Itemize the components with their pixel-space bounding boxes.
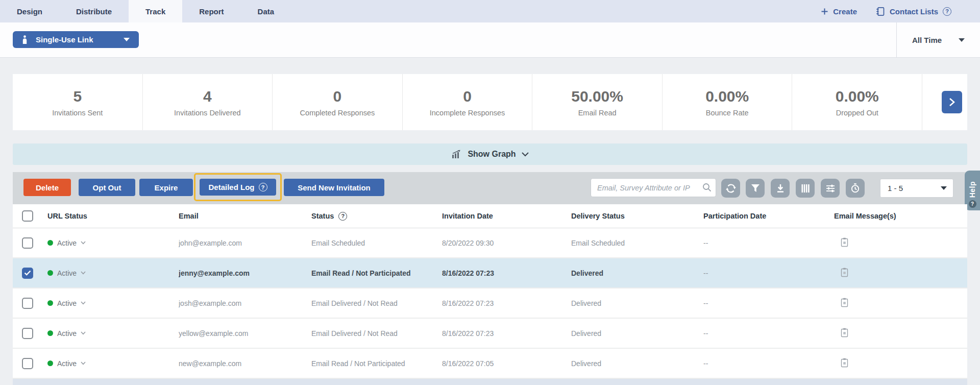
select-all-checkbox[interactable]: [22, 210, 33, 222]
stat-label: Bounce Rate: [706, 109, 749, 117]
tab-track[interactable]: Track: [129, 0, 182, 22]
chevron-down-icon[interactable]: [81, 271, 86, 275]
stats-summary: 5 Invitations Sent 4 Invitations Deliver…: [13, 74, 967, 130]
tab-distribute[interactable]: Distribute: [59, 0, 129, 22]
chevron-down-icon[interactable]: [81, 362, 86, 365]
show-graph-label: Show Graph: [468, 150, 516, 159]
email-cell: yellow@example.com: [179, 329, 311, 338]
column-header-invitation-date[interactable]: Invitation Date: [442, 212, 571, 220]
header-label: Status: [311, 212, 334, 220]
stat-label: Invitations Sent: [52, 109, 103, 117]
schedule-button[interactable]: [846, 179, 865, 198]
refresh-button[interactable]: [721, 179, 740, 198]
delivery-status-cell: Delivered: [571, 299, 703, 307]
header-label: URL Status: [47, 212, 87, 220]
chevron-down-icon[interactable]: [81, 331, 86, 335]
table-row[interactable]: Active new@example.com Email Read / Not …: [13, 349, 967, 379]
column-header-delivery-status[interactable]: Delivery Status: [571, 212, 703, 220]
person-icon: [22, 35, 28, 44]
tab-data[interactable]: Data: [241, 0, 291, 22]
show-graph-toggle[interactable]: Show Graph: [13, 143, 967, 165]
table-header-row: URL Status Email Status ? Invitation Dat…: [13, 204, 967, 228]
column-header-email-messages[interactable]: Email Message(s): [819, 212, 967, 220]
table-row[interactable]: Active josh@example.com Email Delivered …: [13, 288, 967, 319]
invitation-date-cell: 8/16/2022 07:23: [442, 299, 571, 307]
status-help-icon[interactable]: ?: [338, 212, 347, 221]
search-icon[interactable]: [702, 183, 712, 194]
row-range-label: 1 - 5: [888, 184, 903, 192]
create-button[interactable]: Create: [821, 7, 857, 16]
stats-more-region: [922, 74, 967, 130]
tab-report[interactable]: Report: [182, 0, 240, 22]
column-header-email[interactable]: Email: [179, 212, 311, 220]
table-footer-strip: [13, 379, 967, 385]
search-input[interactable]: [591, 178, 716, 197]
table-row[interactable]: Active john@example.com Email Scheduled …: [13, 228, 967, 258]
active-status-dot: [47, 240, 53, 246]
expire-button[interactable]: Expire: [139, 179, 193, 196]
table-row[interactable]: Active jenny@example.com Email Read / No…: [13, 258, 967, 288]
status-cell: Email Delivered / Not Read: [311, 299, 442, 307]
row-checkbox[interactable]: [22, 268, 33, 279]
opt-out-button[interactable]: Opt Out: [79, 179, 135, 196]
column-header-url-status[interactable]: URL Status: [38, 212, 179, 220]
nav-tabs: Design Distribute Track Report Data: [0, 0, 291, 22]
email-message-icon[interactable]: [841, 358, 848, 368]
table-row[interactable]: Active yellow@example.com Email Delivere…: [13, 319, 967, 349]
columns-icon: [801, 184, 810, 193]
column-header-status[interactable]: Status ?: [311, 212, 442, 221]
delivery-status-cell: Email Scheduled: [571, 239, 703, 247]
tab-design[interactable]: Design: [0, 0, 59, 22]
email-message-icon[interactable]: [841, 268, 848, 277]
delivery-status-cell: Delivered: [571, 329, 703, 338]
email-message-icon[interactable]: [841, 328, 848, 338]
columns-button[interactable]: [796, 179, 815, 198]
delete-button[interactable]: Delete: [23, 179, 71, 196]
invitation-date-cell: 8/16/2022 07:23: [442, 329, 571, 338]
active-status-dot: [47, 270, 53, 276]
single-use-link-dropdown[interactable]: Single-Use Link: [13, 31, 139, 48]
active-status-dot: [47, 300, 53, 306]
row-checkbox[interactable]: [22, 298, 33, 309]
email-message-icon[interactable]: [841, 237, 848, 247]
detailed-log-button[interactable]: Detailed Log ?: [200, 179, 276, 196]
stat-card-email-read: 50.00% Email Read: [532, 74, 663, 130]
status-cell: Email Scheduled: [311, 239, 442, 247]
contact-lists-button[interactable]: Contact Lists ?: [875, 7, 951, 16]
detailed-log-help-icon: ?: [259, 183, 267, 191]
row-checkbox[interactable]: [22, 237, 33, 249]
customize-columns-button[interactable]: [821, 179, 840, 198]
filter-button[interactable]: [746, 179, 765, 198]
sliders-icon: [826, 184, 835, 193]
single-use-link-label: Single-Use Link: [36, 35, 93, 44]
alarm-clock-icon: [850, 183, 860, 193]
url-status-label: Active: [57, 299, 77, 307]
chevron-down-icon[interactable]: [81, 241, 86, 245]
status-cell: Email Delivered / Not Read: [311, 329, 442, 338]
participation-date-cell: --: [703, 329, 819, 338]
stat-label: Email Read: [578, 109, 617, 117]
time-filter-dropdown[interactable]: All Time: [897, 22, 980, 57]
create-label: Create: [833, 7, 857, 16]
row-checkbox[interactable]: [22, 358, 33, 369]
url-status-label: Active: [57, 359, 77, 368]
download-button[interactable]: [771, 179, 790, 198]
active-status-dot: [47, 330, 53, 336]
graph-icon: [451, 150, 462, 159]
send-new-invitation-button[interactable]: Send New Invitation: [284, 179, 384, 196]
stat-card-completed-responses: 0 Completed Responses: [273, 74, 403, 130]
top-navbar: Design Distribute Track Report Data Crea…: [0, 0, 980, 22]
row-range-dropdown[interactable]: 1 - 5: [880, 179, 953, 198]
subheader-bar: Single-Use Link All Time: [0, 22, 980, 57]
email-message-icon[interactable]: [841, 298, 848, 307]
chevron-down-icon[interactable]: [81, 301, 86, 305]
email-cell: jenny@example.com: [179, 269, 311, 277]
chevron-down-icon: [941, 186, 947, 190]
contact-lists-help-icon[interactable]: ?: [943, 7, 951, 16]
column-header-participation-date[interactable]: Participation Date: [703, 212, 819, 220]
stat-card-invitations-delivered: 4 Invitations Delivered: [143, 74, 273, 130]
next-stats-button[interactable]: [942, 91, 962, 113]
detailed-log-highlight-box: Detailed Log ?: [194, 173, 282, 201]
invitation-date-cell: 8/20/2022 09:30: [442, 239, 571, 247]
row-checkbox[interactable]: [22, 328, 33, 339]
